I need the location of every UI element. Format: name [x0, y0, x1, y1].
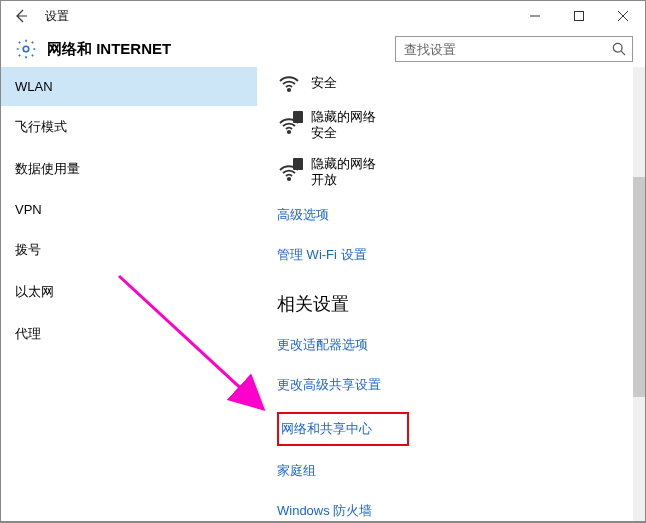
network-item[interactable]: 隐藏的网络 开放 [277, 156, 645, 189]
sidebar-item-label: 飞行模式 [15, 119, 67, 134]
network-item[interactable]: 隐藏的网络 安全 [277, 109, 645, 142]
sidebar-item-dialup[interactable]: 拨号 [1, 229, 257, 271]
shield-icon [293, 111, 303, 123]
back-button[interactable] [1, 1, 41, 31]
scrollbar-thumb[interactable] [633, 177, 645, 397]
svg-point-5 [288, 178, 290, 180]
window-title: 设置 [41, 8, 69, 25]
sidebar-item-vpn[interactable]: VPN [1, 190, 257, 229]
sidebar-item-airplane[interactable]: 飞行模式 [1, 106, 257, 148]
network-subtitle: 开放 [311, 172, 376, 188]
close-button[interactable] [601, 1, 645, 31]
page-title: 网络和 INTERNET [47, 40, 171, 59]
link-manage-wifi[interactable]: 管理 Wi-Fi 设置 [277, 242, 645, 268]
network-title: 隐藏的网络 [311, 109, 376, 125]
sidebar-item-label: 数据使用量 [15, 161, 80, 176]
link-homegroup[interactable]: 家庭组 [277, 458, 645, 484]
sidebar-item-label: 拨号 [15, 242, 41, 257]
sidebar-item-label: 以太网 [15, 284, 54, 299]
network-subtitle: 安全 [311, 125, 376, 141]
sidebar-item-proxy[interactable]: 代理 [1, 313, 257, 355]
gear-icon [15, 38, 37, 60]
sidebar-item-label: VPN [15, 202, 42, 217]
search-input[interactable] [402, 41, 612, 58]
content-pane: 安全 隐藏的网络 安全 [257, 67, 645, 522]
maximize-button[interactable] [557, 1, 601, 31]
svg-point-4 [288, 131, 290, 133]
sidebar-item-datausage[interactable]: 数据使用量 [1, 148, 257, 190]
svg-point-3 [288, 89, 290, 91]
wifi-secured-icon [277, 160, 301, 184]
back-arrow-icon [13, 8, 29, 24]
minimize-button[interactable] [513, 1, 557, 31]
network-title: 安全 [311, 75, 337, 90]
svg-point-1 [23, 46, 29, 52]
scrollbar-track[interactable] [633, 67, 645, 522]
svg-point-2 [613, 43, 622, 52]
search-box[interactable] [395, 36, 633, 62]
highlight-box: 网络和共享中心 [277, 412, 409, 446]
network-title: 隐藏的网络 [311, 156, 376, 172]
search-icon [612, 42, 626, 56]
link-advanced-options[interactable]: 高级选项 [277, 202, 645, 228]
sidebar-item-label: WLAN [15, 79, 53, 94]
link-change-adapter[interactable]: 更改适配器选项 [277, 332, 645, 358]
shield-icon [293, 158, 303, 170]
sidebar-item-label: 代理 [15, 326, 41, 341]
wifi-icon [277, 71, 301, 95]
sidebar: WLAN 飞行模式 数据使用量 VPN 拨号 以太网 代理 [1, 67, 257, 522]
link-advanced-sharing[interactable]: 更改高级共享设置 [277, 372, 645, 398]
wifi-secured-icon [277, 113, 301, 137]
related-settings-title: 相关设置 [277, 292, 645, 316]
sidebar-item-ethernet[interactable]: 以太网 [1, 271, 257, 313]
svg-rect-0 [575, 12, 584, 21]
link-windows-firewall[interactable]: Windows 防火墙 [277, 498, 645, 522]
network-item[interactable]: 安全 [277, 71, 645, 95]
link-network-sharing-center[interactable]: 网络和共享中心 [281, 420, 399, 438]
sidebar-item-wlan[interactable]: WLAN [1, 67, 257, 106]
